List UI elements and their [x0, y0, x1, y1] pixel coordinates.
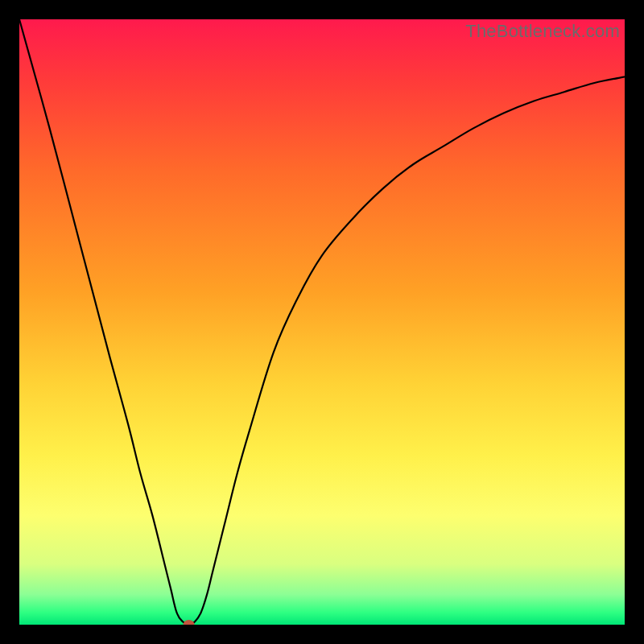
- plot-area: TheBottleneck.com: [19, 19, 625, 625]
- chart-container: TheBottleneck.com: [0, 0, 644, 644]
- bottleneck-curve: [19, 19, 625, 625]
- curve-svg: [19, 19, 625, 625]
- minimum-marker: [184, 620, 195, 625]
